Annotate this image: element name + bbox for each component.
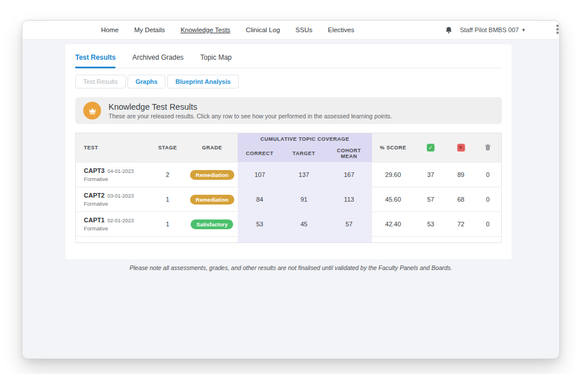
nav-right-group: Staff Pilot BMBS 007 ▾ xyxy=(444,26,525,34)
test-date: 02-01-2023 xyxy=(107,218,134,223)
cross-icon: ✕ xyxy=(457,144,465,152)
nav-item-clinical-log[interactable]: Clinical Log xyxy=(246,26,280,33)
passed-cell: 53 xyxy=(414,212,447,237)
grade-badge: Remediation xyxy=(190,195,234,205)
column-group-cumulative-topic-coverage: CUMULATIVE TOPIC COVERAGE xyxy=(238,133,372,145)
grade-badge: Remediation xyxy=(190,170,234,180)
tab-topic-map[interactable]: Topic Map xyxy=(200,52,232,68)
results-table: TEST STAGE GRADE CUMULATIVE TOPIC COVERA… xyxy=(75,133,502,243)
user-name-label: Staff Pilot BMBS 007 xyxy=(460,26,519,33)
deleted-cell: 0 xyxy=(474,163,501,187)
content-panel: Test Results Archived Grades Topic Map T… xyxy=(65,44,512,259)
app-window: Home My Details Knowledge Tests Clinical… xyxy=(22,20,560,359)
test-cell: CAPT203-01-2023 Formative xyxy=(76,187,149,212)
table-row-capt1[interactable]: CAPT102-01-2023 Formative 1 Satisfactory… xyxy=(76,212,502,237)
crown-icon xyxy=(83,102,101,119)
column-header-correct: CORRECT xyxy=(238,145,282,163)
view-button-graphs[interactable]: Graphs xyxy=(127,75,166,88)
tab-archived-grades[interactable]: Archived Grades xyxy=(132,52,183,68)
deleted-cell: 0 xyxy=(474,212,501,237)
scrollbar-dots-handle[interactable] xyxy=(556,25,559,35)
score-cell: 29.60 xyxy=(372,163,414,187)
failed-cell: 72 xyxy=(447,212,474,237)
nav-item-knowledge-tests[interactable]: Knowledge Tests xyxy=(180,26,230,33)
test-date: 03-01-2023 xyxy=(107,193,134,199)
banner-title: Knowledge Test Results xyxy=(109,102,392,111)
test-name: CAPT2 xyxy=(84,192,105,199)
test-cell: CAPT304-01-2023 Formative xyxy=(76,163,149,187)
score-cell: 42.40 xyxy=(372,212,414,237)
correct-cell: 107 xyxy=(238,163,282,187)
failed-cell: 89 xyxy=(447,163,474,187)
results-banner: Knowledge Test Results These are your re… xyxy=(75,97,502,124)
correct-cell: 53 xyxy=(238,212,282,237)
table-row-capt3[interactable]: CAPT304-01-2023 Formative 2 Remediation … xyxy=(76,163,502,187)
passed-cell: 57 xyxy=(414,187,447,212)
test-cell: CAPT102-01-2023 Formative xyxy=(76,212,149,237)
view-button-test-results[interactable]: Test Results xyxy=(75,75,126,88)
stage-cell: 1 xyxy=(149,212,187,237)
top-nav: Home My Details Knowledge Tests Clinical… xyxy=(22,21,559,40)
column-header-deleted xyxy=(474,133,501,163)
disclaimer-note: Please note all assessments, grades, and… xyxy=(22,264,559,271)
column-header-passed: ✓ xyxy=(414,133,447,163)
nav-item-my-details[interactable]: My Details xyxy=(134,26,165,33)
nav-item-ssus[interactable]: SSUs xyxy=(296,26,312,33)
target-cell: 91 xyxy=(282,187,326,212)
banner-text: Knowledge Test Results These are your re… xyxy=(109,102,392,119)
test-name: CAPT1 xyxy=(84,217,105,223)
nav-item-electives[interactable]: Electives xyxy=(328,26,354,33)
grade-cell: Remediation xyxy=(187,187,238,212)
stage-cell: 2 xyxy=(149,163,187,187)
table-row-capt2[interactable]: CAPT203-01-2023 Formative 1 Remediation … xyxy=(76,187,502,212)
banner-subtitle: These are your released results. Click a… xyxy=(109,113,392,119)
column-header-test: TEST xyxy=(76,133,149,163)
target-cell: 45 xyxy=(282,212,326,237)
stage-cell: 1 xyxy=(149,187,187,212)
view-switcher: Test Results Graphs Blueprint Analysis xyxy=(75,75,502,88)
cohort-mean-cell: 113 xyxy=(326,187,372,212)
passed-cell: 37 xyxy=(414,163,447,187)
failed-cell: 68 xyxy=(447,187,474,212)
chevron-down-icon: ▾ xyxy=(522,27,525,33)
test-type: Formative xyxy=(84,201,145,207)
check-icon: ✓ xyxy=(427,144,435,152)
column-header-target: TARGET xyxy=(282,145,326,163)
grade-cell: Remediation xyxy=(187,163,238,187)
notification-bell-icon[interactable] xyxy=(444,26,453,34)
trash-icon xyxy=(484,144,492,151)
column-header-failed: ✕ xyxy=(447,133,474,163)
view-button-blueprint-analysis[interactable]: Blueprint Analysis xyxy=(167,75,238,88)
target-cell: 137 xyxy=(282,163,326,187)
table-footer-spacer xyxy=(76,237,502,243)
test-date: 04-01-2023 xyxy=(107,168,134,174)
test-name: CAPT3 xyxy=(84,167,105,174)
test-type: Formative xyxy=(84,225,145,232)
tab-test-results[interactable]: Test Results xyxy=(75,52,115,68)
correct-cell: 84 xyxy=(238,187,282,212)
cohort-mean-cell: 167 xyxy=(326,163,372,187)
deleted-cell: 0 xyxy=(474,187,501,212)
tab-bar: Test Results Archived Grades Topic Map xyxy=(75,50,502,68)
column-header-cohort-mean: COHORT MEAN xyxy=(326,145,372,163)
nav-item-home[interactable]: Home xyxy=(101,26,119,33)
score-cell: 45.60 xyxy=(372,187,414,212)
test-type: Formative xyxy=(84,176,145,182)
column-header-stage: STAGE xyxy=(149,133,187,163)
grade-cell: Satisfactory xyxy=(187,212,238,237)
grade-badge: Satisfactory xyxy=(191,219,233,229)
user-account-menu[interactable]: Staff Pilot BMBS 007 ▾ xyxy=(460,26,525,33)
column-header-score: % SCORE xyxy=(372,133,414,163)
column-header-grade: GRADE xyxy=(187,133,238,163)
cohort-mean-cell: 57 xyxy=(326,212,372,237)
